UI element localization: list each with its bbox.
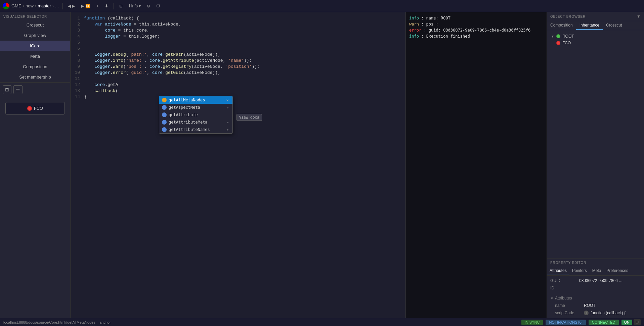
sidebar-header: VISUALIZER SELECTOR [0,12,70,20]
block-icon: ⊘ [147,4,150,8]
ac-label-1: getAspectMeta [169,105,200,110]
object-browser-tree: ▼ ROOT FCO [547,30,644,259]
prop-tab-pointers[interactable]: Pointers [569,267,590,275]
ac-icon-4 [162,127,167,132]
timer-btn[interactable]: ⏱ [154,3,162,9]
autocomplete-item-0[interactable]: getAllMetaNodes ✕ [159,96,232,104]
ac-label-2: getAttribute [169,112,198,117]
on-off-toggle: ON ⊞ [621,319,641,325]
attr-row-name: name ROOT [550,302,641,309]
app-logo [3,3,9,9]
object-browser-tabs: Composition Inheritance Crosscut [547,21,644,30]
autocomplete-item-2[interactable]: getAttribute View docs [159,111,232,119]
status-url: localhost:8888/docs/source/Core.html#get… [3,320,111,324]
connected-btn[interactable]: CONNECTED [589,320,619,325]
breadcrumb-more[interactable]: ... [55,3,59,8]
log-line-3: info : Execution finished! [409,34,543,39]
property-editor-header: PROPERTY EDITOR [547,259,644,267]
breadcrumb-gme[interactable]: GME [11,3,22,8]
filter-btn[interactable]: ▼ [637,14,641,19]
layout-icon: ⊞ [119,4,123,8]
in-sync-btn[interactable]: IN SYNC [521,320,543,325]
breadcrumb-new[interactable]: new [26,3,34,8]
prop-label-guid: GUID [550,278,577,283]
autocomplete-item-4[interactable]: getAttributeNames ↗ [159,126,232,133]
fco-box[interactable]: FCO [5,102,65,114]
code-line-13: 13 callback( [71,88,405,94]
log-line-1: warn : pos : [409,21,543,27]
toggle-monitor-btn[interactable]: ⊞ [634,319,641,325]
code-editor[interactable]: 1 function (callback) { 2 var activeNode… [71,12,405,318]
prop-tab-meta[interactable]: Meta [590,267,604,275]
sidebar-item-meta[interactable]: Meta [0,51,70,61]
tree-item-root[interactable]: ▼ ROOT [550,33,641,40]
ac-close-icon-0[interactable]: ✕ [225,98,230,102]
ac-external-icon-4[interactable]: ↗ [225,127,230,132]
code-line-4: 4 logger = this.logger; [71,34,405,40]
code-line-8: 8 logger.info('name:', core.getAttribute… [71,58,405,64]
autocomplete-item-1[interactable]: getAspectMeta ↗ [159,104,232,111]
add-icon: + [96,4,99,8]
ac-external-icon-3[interactable]: ↗ [225,120,230,125]
layout-btn[interactable]: ⊞ [117,3,125,9]
block-btn[interactable]: ⊘ [145,3,152,9]
code-line-5: 5 [71,40,405,46]
tab-composition[interactable]: Composition [547,21,576,30]
left-sidebar: VISUALIZER SELECTOR Crosscut Graph view … [0,12,71,318]
prop-tabs: Attributes Pointers Meta Preferences [547,267,644,276]
tree-label-fco: FCO [562,41,571,45]
back-forward-btn[interactable]: ◀ ▶ [66,3,77,9]
code-line-11: 11 [71,76,405,82]
sidebar-item-crosscut[interactable]: Crosscut [0,20,70,30]
scriptcode-info-icon[interactable]: i [584,311,589,315]
toolbar-divider-1 [62,3,62,9]
info-label: info [131,4,138,8]
sidebar-view-toggles: ⊞ ☰ [0,82,70,97]
sidebar-item-composition[interactable]: Composition [0,61,70,72]
prop-tab-attributes[interactable]: Attributes [547,267,569,275]
fco-label: FCO [34,106,43,111]
top-bar: GME › new › master › ... ◀ ▶ ▶ ⏩ + ⬇ ⊞ ℹ… [0,0,644,12]
code-line-9: 9 logger.warn('pos :', core.getRegistry(… [71,64,405,70]
breadcrumb: GME › new › master › ... [11,3,59,8]
tab-inheritance[interactable]: Inheritance [576,21,603,30]
add-btn[interactable]: + [94,3,101,9]
ac-icon-2 [162,112,167,117]
prop-label-id: ID [550,286,577,290]
attr-label-scriptcode: scriptCode [555,311,582,315]
prop-row-id: ID [547,284,644,292]
console-panel: info : name: ROOT warn : pos : error : g… [405,12,547,318]
prop-rows: GUID 03d36072-9e09-7866-... ID [547,276,644,293]
editor-area: 1 function (callback) { 2 var activeNode… [71,12,405,318]
notifications-btn[interactable]: NOTIFICATIONS [0] [546,320,586,325]
code-line-6: 6 [71,46,405,52]
attributes-section-header[interactable]: ▼ Attributes [550,294,641,302]
grid-view-btn[interactable]: ⊞ [3,85,11,94]
log-line-0: info : name: ROOT [409,15,543,21]
info-btn[interactable]: ℹ info ▾ [127,3,143,9]
tree-item-fco[interactable]: FCO [550,40,641,46]
ac-icon-3 [162,120,167,125]
code-line-12: 12 core.getA [71,82,405,88]
ac-label-0: getAllMetaNodes [169,98,205,102]
ac-external-icon-1[interactable]: ↗ [225,105,230,110]
log-line-2: error : guid: 03d36072-9e09-7866-cb4e-d0… [409,28,543,33]
fco-tree-icon [556,41,560,45]
breadcrumb-master[interactable]: master [38,3,51,8]
prop-tab-preferences[interactable]: Preferences [604,267,631,275]
sidebar-item-icore[interactable]: ICore [0,41,70,51]
tab-crosscut[interactable]: Crosscut [603,21,625,30]
status-right: IN SYNC NOTIFICATIONS [0] CONNECTED ON ⊞ [521,319,641,325]
ac-icon-1 [162,105,167,110]
download-btn[interactable]: ⬇ [103,3,110,9]
attr-row-scriptcode: scriptCode i function (callback) { [550,309,641,317]
sidebar-item-setmembership[interactable]: Set membership [0,72,70,82]
list-view-btn[interactable]: ☰ [13,85,23,94]
toggle-on-btn[interactable]: ON [621,320,633,325]
view-docs-tooltip: View docs [237,114,262,121]
run-btn[interactable]: ▶ ⏩ [79,3,92,9]
autocomplete-item-3[interactable]: getAttributeMeta ↗ [159,119,232,126]
sidebar-item-graphview[interactable]: Graph view [0,30,70,41]
code-line-10: 10 logger.error('guid:', core.getGuid(ac… [71,70,405,76]
attr-label-name: name [555,303,582,308]
